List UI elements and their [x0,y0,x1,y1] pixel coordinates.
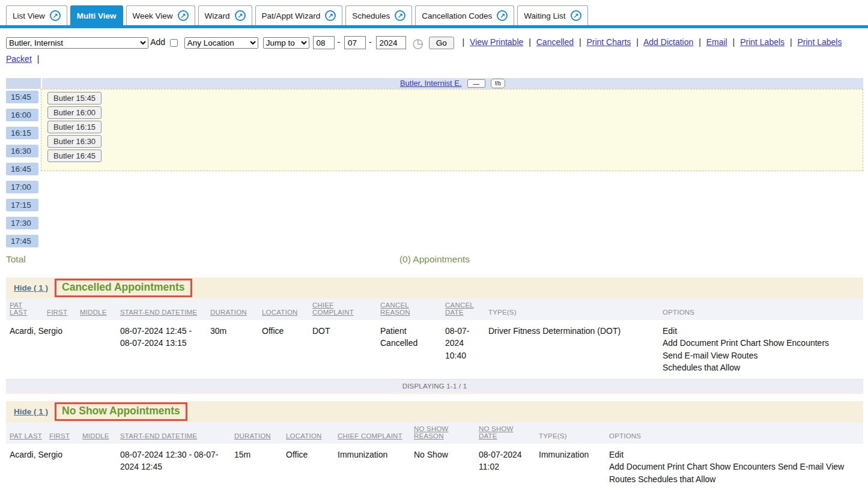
slot-button[interactable]: Butler 16:15 [47,121,102,133]
link-print-labels[interactable]: Print Labels [740,37,785,47]
column-header-start-end: START-END DATETIME [117,422,231,444]
sort-link-middle[interactable]: MIDDLE [82,432,109,440]
tab-label: Week View [133,11,173,20]
separator: | [37,54,40,64]
free-busy-toggle-button[interactable]: f/b [491,79,505,88]
slot-button[interactable]: Butler 16:45 [47,150,102,162]
popout-icon[interactable]: ↗ [395,10,405,21]
tab-pat-appt-wizard[interactable]: Pat/Appt Wizard ↗ [255,5,343,25]
time-label: 16:00 [6,109,38,121]
sort-link-middle[interactable]: MIDDLE [80,309,107,316]
go-button[interactable]: Go [429,37,454,49]
link-view-printable[interactable]: View Printable [470,37,523,47]
sort-link-start-end[interactable]: START-END DATETIME [120,432,197,440]
clock-icon[interactable]: ◷ [412,36,423,50]
sort-link-duration[interactable]: DURATION [210,309,247,316]
slot-button[interactable]: Butler 15:45 [47,92,102,104]
calendar-corner [6,78,41,89]
option-view-routes-link[interactable]: View Routes [711,351,757,360]
sort-link-no-show-reason[interactable]: NO SHOW REASON [414,425,449,440]
sort-link-first[interactable]: FIRST [47,309,67,316]
separator: | [790,37,792,47]
calendar-grid: 15:45 16:00 16:15 16:30 16:45 17:00 17:1… [6,89,863,251]
sort-link-first[interactable]: FIRST [49,432,70,440]
sort-link-location[interactable]: LOCATION [262,309,298,316]
tab-wizard[interactable]: Wizard ↗ [198,5,252,25]
tab-schedules[interactable]: Schedules ↗ [345,5,412,25]
cancelled-section-title: Cancelled Appointments [55,279,192,297]
hide-cancelled-link[interactable]: Hide ( 1 ) [14,283,48,292]
collapse-button[interactable]: — [467,79,486,88]
option-print-chart-link[interactable]: Print Chart [721,338,761,348]
hide-no-show-link[interactable]: Hide ( 1 ) [14,407,48,416]
sort-link-chief-complaint[interactable]: CHIEF COMPLAINT [312,301,354,316]
calendar-header-row: Butler, Internist E. — f/b [6,78,863,89]
column-header-no-show-date: NO SHOW DATE [475,422,535,444]
link-cancelled[interactable]: Cancelled [536,37,574,47]
provider-header-link[interactable]: Butler, Internist E. [400,79,462,88]
sort-link-location[interactable]: LOCATION [286,432,322,440]
tab-label: Wizard [205,11,230,20]
popout-icon[interactable]: ↗ [497,10,508,21]
tab-label: List View [13,11,45,20]
separator: | [733,37,735,47]
add-checkbox[interactable] [170,39,178,47]
tab-waiting-list[interactable]: Waiting List ↗ [517,5,587,25]
date-year-input[interactable] [376,36,406,49]
sort-link-cancel-date[interactable]: CANCEL DATE [445,301,474,316]
date-month-input[interactable] [313,36,335,49]
cell-types: Driver Fitness Determination (DOT) [485,320,659,380]
cancelled-appointments-table: PAT LAST FIRST MIDDLE START-END DATETIME… [6,298,863,393]
option-add-document-link[interactable]: Add Document [609,462,665,471]
jump-to-select[interactable]: Jump to [263,37,309,49]
sort-link-cancel-reason[interactable]: CANCEL REASON [380,301,410,316]
slot-button[interactable]: Butler 16:00 [47,106,102,119]
popout-icon[interactable]: ↗ [571,10,581,21]
sort-link-duration[interactable]: DURATION [234,432,271,440]
link-add-dictation[interactable]: Add Dictation [643,37,693,47]
no-show-appointments-section: Hide ( 1 ) No Show Appointments PAT LAST… [6,401,863,490]
tab-multi-view[interactable]: Multi View [70,5,123,25]
total-appointments-count: (0) Appointments [6,254,863,265]
option-add-document-link[interactable]: Add Document [663,338,718,348]
date-day-input[interactable] [344,36,366,49]
sort-link-no-show-date[interactable]: NO SHOW DATE [479,425,514,440]
cell-duration: 15m [231,444,282,490]
sort-link-start-end[interactable]: START-END DATETIME [120,309,197,316]
free-busy-zone[interactable]: Butler 15:45 Butler 16:00 Butler 16:15 B… [41,89,863,171]
option-schedules-that-allow-link[interactable]: Schedules that Allow [638,474,715,484]
option-schedules-that-allow-link[interactable]: Schedules that Allow [663,363,740,372]
option-send-email-link[interactable]: Send E-mail [778,462,824,471]
option-send-email-link[interactable]: Send E-mail [663,351,708,360]
slot-area[interactable]: Butler 15:45 Butler 16:00 Butler 16:15 B… [41,89,863,235]
sort-link-pat-last[interactable]: PAT LAST [10,301,28,316]
popout-icon[interactable]: ↗ [50,10,61,21]
provider-select[interactable]: Butler, Internist [6,37,148,49]
link-email[interactable]: Email [706,37,727,47]
option-show-encounters-link[interactable]: Show Encounters [763,338,829,348]
option-show-encounters-link[interactable]: Show Encounters [709,462,775,471]
slot-button[interactable]: Butler 16:30 [47,135,102,148]
popout-icon[interactable]: ↗ [235,10,246,21]
cell-cancel-reason: Patient Cancelled [377,320,442,380]
cell-middle [76,320,117,380]
sort-link-pat-last[interactable]: PAT LAST [10,432,42,440]
option-edit-link[interactable]: Edit [609,450,624,459]
column-header-first: FIRST [43,298,76,320]
multi-view-calendar: Butler, Internist E. — f/b 15:45 16:00 1… [6,78,863,269]
tab-list-view[interactable]: List View ↗ [6,5,67,25]
tab-cancellation-codes[interactable]: Cancellation Codes ↗ [415,5,514,25]
cell-no-show-date: 08-07-2024 11:02 [475,444,535,490]
link-print-charts[interactable]: Print Charts [586,37,631,47]
date-separator: - [369,37,372,47]
sort-link-chief-complaint[interactable]: CHIEF COMPLAINT [338,432,402,440]
popout-icon[interactable]: ↗ [178,10,189,21]
column-header-types: TYPE(S) [535,422,605,444]
tab-week-view[interactable]: Week View ↗ [126,5,195,25]
cell-types: Immunization [535,444,605,490]
option-edit-link[interactable]: Edit [663,326,677,336]
popout-icon[interactable]: ↗ [325,10,336,21]
option-print-chart-link[interactable]: Print Chart [667,462,708,471]
location-select[interactable]: Any Location [184,37,258,49]
time-label: 17:30 [6,217,38,229]
